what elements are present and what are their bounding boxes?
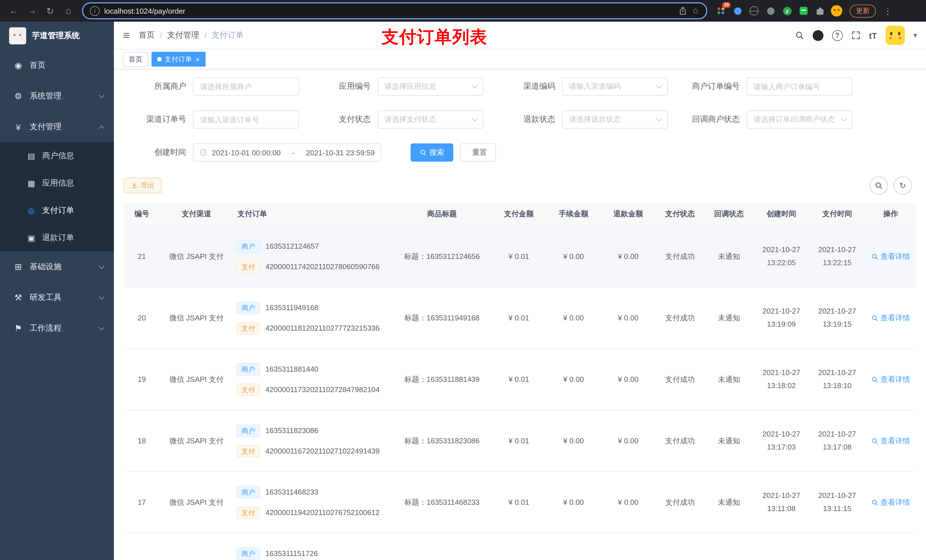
col-pay-order: 支付订单	[233, 202, 392, 226]
sidebar-item-label: 研发工具	[30, 293, 62, 303]
help-icon[interactable]: ?	[832, 30, 843, 41]
extensions-puzzle-icon[interactable]	[814, 5, 826, 17]
sidebar-item-merchant-info[interactable]: ▤ 商户信息	[0, 142, 114, 170]
sidebar-item-devtools[interactable]: ⚒ 研发工具	[0, 282, 114, 313]
view-detail-link[interactable]: 查看详情	[872, 436, 910, 446]
date-start: 2021-10-01 00:00:00	[212, 148, 280, 157]
pay-tag: 支付	[236, 383, 260, 396]
breadcrumb-home[interactable]: 首页	[139, 30, 154, 41]
share-icon[interactable]	[678, 6, 687, 15]
sidebar-item-workflow[interactable]: ⚑ 工作流程	[0, 313, 114, 344]
search-icon[interactable]	[795, 31, 804, 40]
chevron-down-icon	[99, 325, 104, 331]
view-detail-link[interactable]: 查看详情	[872, 313, 910, 323]
reset-button[interactable]: 重置	[460, 143, 496, 162]
chevron-down-icon	[472, 83, 478, 89]
cell-amount: ¥ 0.01	[492, 287, 546, 349]
cell-id: 19	[124, 349, 160, 410]
chevron-down-icon	[656, 83, 662, 89]
export-button-label: 导出	[141, 181, 154, 190]
hamburger-icon[interactable]: ≡	[123, 30, 130, 41]
avatar-caret-icon[interactable]: ▾	[914, 31, 917, 39]
cell-paid: 2021-10-2713:11:15	[809, 471, 865, 533]
cell-pay-order: 商户1635311823086 支付4200001167202110271022…	[233, 410, 392, 471]
cell-status: 支付成功	[655, 471, 705, 533]
url-text[interactable]: localhost:1024/pay/order	[104, 6, 673, 15]
cell-notify: 未通知	[705, 349, 754, 410]
extension-palette-icon[interactable]: 10	[715, 5, 727, 17]
browser-forward-button[interactable]: →	[24, 3, 40, 19]
cell-fee: ¥ 0.00	[546, 226, 601, 287]
pay-tag: 支付	[236, 260, 260, 273]
channel-order-no-input[interactable]	[193, 110, 299, 128]
merchant-order-no-input[interactable]	[747, 77, 853, 96]
extension-dot-icon[interactable]	[765, 5, 776, 17]
toggle-search-button[interactable]	[870, 177, 888, 195]
refresh-table-button[interactable]: ↻	[894, 177, 912, 195]
col-action: 操作	[865, 202, 916, 226]
browser-refresh-button[interactable]: ↻	[42, 3, 58, 19]
date-end: 2021-10-31 23:59:59	[306, 148, 375, 157]
cell-id: 17	[124, 471, 160, 533]
sidebar-item-system[interactable]: ⚙ 系统管理	[0, 81, 114, 112]
table-row: 18 微信 JSAPI 支付 商户1635311823086 支付4200001…	[124, 410, 916, 471]
view-detail-link[interactable]: 查看详情	[872, 497, 910, 507]
user-avatar[interactable]	[885, 26, 905, 45]
sidebar-item-home[interactable]: ◉ 首页	[0, 50, 114, 81]
pay-status-select[interactable]: 请选择支付状态	[378, 110, 484, 128]
extension-pin-icon[interactable]	[732, 5, 743, 17]
card-icon: ▤	[25, 151, 38, 160]
sidebar-item-refund-order[interactable]: ▣ 退款订单	[0, 224, 114, 252]
merchant-tag: 商户	[236, 547, 260, 560]
notify-status-select[interactable]: 请选择订单回调商户状态	[747, 110, 853, 128]
breadcrumb-payment[interactable]: 支付管理	[167, 30, 199, 41]
col-refund: 退款金额	[601, 202, 655, 226]
sidebar-item-pay-order[interactable]: ◎ 支付订单	[0, 197, 114, 224]
browser-back-button[interactable]: ←	[6, 3, 22, 19]
extension-z-icon[interactable]: z	[781, 5, 793, 17]
address-bar[interactable]: i localhost:1024/pay/order ☆	[82, 2, 707, 20]
close-icon[interactable]: ×	[195, 56, 200, 63]
channel-pay-no: 4200001174202110278060590766	[265, 263, 380, 271]
view-detail-link[interactable]: 查看详情	[872, 374, 910, 385]
cell-paid: 2021-10-2713:18:10	[809, 349, 865, 410]
extension-chat-icon[interactable]	[798, 5, 809, 17]
search-button[interactable]: 搜索	[411, 143, 453, 162]
top-navbar: ≡ 首页 / 支付管理 / 支付订单 支付订单列表 ? tT ▾	[114, 22, 926, 50]
filter-label-app-no: 应用编号	[308, 82, 378, 92]
export-button[interactable]: 导出	[124, 178, 162, 193]
merchant-tag: 商户	[236, 240, 260, 252]
chevron-up-icon	[99, 125, 104, 131]
browser-chrome: ← → ↻ ⌂ i localhost:1024/pay/order ☆ 10 …	[0, 0, 926, 22]
channel-code-select[interactable]: 请输入渠道编码	[562, 77, 668, 96]
col-status: 支付状态	[655, 202, 705, 226]
refund-status-select[interactable]: 请选择退款状态	[562, 110, 668, 128]
cell-notify: 未通知	[705, 226, 754, 287]
app-no-select[interactable]: 请选择应用信息	[378, 77, 484, 96]
merchant-filter-input[interactable]	[193, 77, 299, 96]
browser-menu-icon[interactable]: ⋮	[881, 5, 895, 16]
table-row: 17 微信 JSAPI 支付 商户1635311468233 支付4200001…	[124, 471, 916, 533]
site-info-icon[interactable]: i	[90, 6, 100, 16]
sidebar-item-payment[interactable]: ¥ 支付管理	[0, 112, 114, 142]
browser-home-button[interactable]: ⌂	[61, 3, 76, 19]
browser-update-button[interactable]: 更新	[850, 4, 876, 17]
bookmark-star-icon[interactable]: ☆	[691, 6, 699, 16]
fullscreen-icon[interactable]	[851, 31, 861, 40]
col-paid: 支付时间	[809, 202, 865, 226]
tab-home[interactable]: 首页	[123, 52, 148, 66]
browser-extensions-area: 10 z 更新 ⋮	[715, 4, 895, 17]
view-detail-link[interactable]: 查看详情	[872, 251, 910, 261]
font-size-icon[interactable]: tT	[869, 30, 877, 40]
github-icon[interactable]	[813, 30, 823, 41]
cell-notify: 未通知	[705, 410, 754, 471]
tab-pay-order[interactable]: 支付订单 ×	[151, 52, 205, 66]
chevron-down-icon	[99, 294, 104, 300]
sidebar-item-app-info[interactable]: ▦ 应用信息	[0, 170, 114, 197]
cell-channel: 微信 JSAPI 支付	[160, 349, 233, 410]
extension-globe-icon[interactable]	[748, 5, 760, 17]
create-time-range-picker[interactable]: 2021-10-01 00:00:00 - 2021-10-31 23:59:5…	[193, 143, 381, 162]
browser-profile-avatar[interactable]	[831, 5, 842, 17]
sidebar-item-infra[interactable]: ⊞ 基础设施	[0, 252, 114, 282]
cell-amount: ¥ 0.01	[492, 226, 546, 287]
